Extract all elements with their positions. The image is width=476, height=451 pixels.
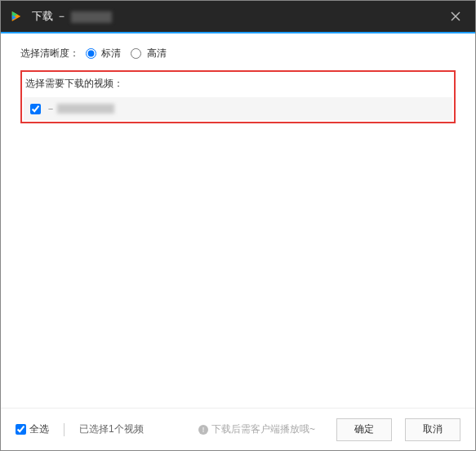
info-icon: !: [198, 425, 208, 435]
video-list-empty-area: [20, 123, 456, 400]
quality-row: 选择清晰度： 标清 高清: [20, 47, 456, 60]
video-item-dash: －: [46, 102, 56, 116]
download-hint-text: 下载后需客户端播放哦~: [211, 422, 315, 436]
window-title: 下载 －: [32, 9, 112, 24]
quality-option-sd-label: 标清: [101, 47, 121, 59]
annotation-highlight: 选择需要下载的视频： －: [20, 70, 456, 123]
video-list-item[interactable]: －: [24, 97, 452, 120]
quality-option-hd-label: 高清: [147, 47, 167, 59]
quality-radio-sd[interactable]: [86, 48, 96, 59]
quality-radio-hd[interactable]: [131, 48, 141, 59]
dialog-footer: 全选 已选择1个视频 ! 下载后需客户端播放哦~ 确定 取消: [1, 408, 475, 450]
dialog-content: 选择清晰度： 标清 高清 选择需要下载的视频： －: [1, 33, 475, 408]
select-all[interactable]: 全选: [16, 422, 49, 436]
close-icon: [451, 11, 460, 21]
selected-count: 已选择1个视频: [79, 422, 144, 436]
window-title-prefix: 下载 －: [32, 10, 67, 22]
video-list-heading: 选择需要下载的视频：: [24, 74, 452, 97]
window-title-obscured: [71, 11, 112, 23]
app-logo-icon: [9, 9, 24, 24]
select-all-label: 全选: [29, 422, 49, 436]
download-dialog: 下载 － 选择清晰度： 标清 高清 选择需要下载的视频：: [0, 0, 476, 451]
titlebar: 下载 －: [1, 1, 475, 32]
close-button[interactable]: [444, 5, 467, 28]
video-item-checkbox[interactable]: [30, 104, 41, 114]
video-item-name-obscured: [57, 104, 114, 114]
download-hint: ! 下载后需客户端播放哦~: [198, 422, 315, 436]
quality-option-hd[interactable]: 高清: [131, 47, 166, 60]
quality-option-sd[interactable]: 标清: [86, 47, 121, 60]
confirm-button[interactable]: 确定: [336, 418, 392, 441]
footer-divider: [64, 423, 65, 436]
select-all-checkbox[interactable]: [16, 424, 26, 435]
cancel-button[interactable]: 取消: [405, 418, 460, 441]
quality-label: 选择清晰度：: [20, 47, 79, 60]
